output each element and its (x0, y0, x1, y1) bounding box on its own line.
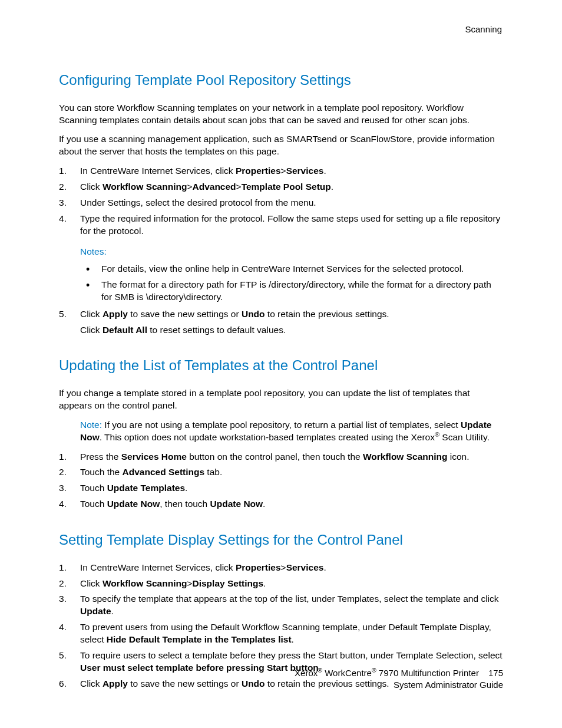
text: to save the new settings or (128, 309, 242, 319)
text: In CentreWare Internet Services, click (80, 166, 236, 176)
bold-text: Properties (236, 562, 281, 572)
text: To specify the template that appears at … (80, 594, 499, 604)
footer-subtitle: System Administrator Guide (0, 679, 503, 691)
page-number: 175 (488, 667, 503, 679)
text: Click (80, 325, 103, 335)
bold-text: Update (80, 606, 111, 616)
heading-configuring-repository: Configuring Template Pool Repository Set… (59, 71, 503, 90)
text: Touch the (80, 467, 123, 477)
text: . (323, 562, 326, 572)
registered-symbol: ® (318, 667, 322, 674)
list-item: In CentreWare Internet Services, click P… (59, 165, 503, 177)
footer-product: WorkCentre (322, 668, 372, 678)
bold-text: Update Templates (107, 483, 185, 493)
bold-text: Update Now (107, 499, 160, 509)
text: . (323, 166, 326, 176)
text: tab. (204, 467, 222, 477)
bold-text: Display Settings (192, 578, 263, 588)
bold-text: Properties (236, 166, 281, 176)
note-label: Note: (80, 420, 102, 430)
bold-text: Workflow Scanning (103, 578, 187, 588)
bold-text: Advanced Settings (123, 467, 205, 477)
ordered-list: In CentreWare Internet Services, click P… (59, 165, 503, 238)
header-section-label: Scanning (59, 24, 503, 35)
bold-text: Default All (103, 325, 147, 335)
text: to retain the previous settings. (265, 309, 389, 319)
ordered-list: Click Apply to save the new settings or … (59, 308, 503, 337)
registered-symbol: ® (435, 430, 439, 437)
heading-display-settings: Setting Template Display Settings for th… (59, 531, 503, 549)
text: . (263, 499, 265, 509)
ordered-list: Press the Services Home button on the co… (59, 451, 503, 511)
list-item: Type the required information for the pr… (59, 213, 503, 238)
bold-text: Update Now (210, 499, 263, 509)
list-item: To prevent users from using the Default … (59, 621, 503, 646)
note-block: Note: If you are not using a template po… (59, 419, 503, 444)
text: to reset settings to default values. (147, 325, 286, 335)
list-item: Under Settings, select the desired proto… (59, 197, 503, 209)
text: . (185, 483, 187, 493)
list-item: To specify the template that appears at … (59, 593, 503, 618)
bold-text: Apply (103, 309, 128, 319)
list-item: Touch Update Templates. (59, 482, 503, 495)
text: . (331, 182, 333, 192)
footer-product-suffix: 7970 Multifunction Printer (376, 668, 479, 678)
text: To require users to select a template be… (80, 650, 503, 660)
bold-text: Template Pool Setup (242, 182, 331, 192)
notes-list: For details, view the online help in Cen… (59, 263, 503, 304)
text: > (281, 166, 286, 176)
text: > (281, 562, 286, 572)
text: . This option does not update workstatio… (100, 432, 435, 442)
bold-text: Workflow Scanning (103, 182, 187, 192)
text: , then touch (160, 499, 210, 509)
text: > (236, 182, 242, 192)
text: Click (80, 182, 103, 192)
registered-symbol: ® (372, 667, 376, 674)
text: Touch (80, 499, 107, 509)
text: icon. (448, 452, 470, 462)
list-item: Touch Update Now, then touch Update Now. (59, 498, 503, 510)
text: . (263, 578, 266, 588)
bold-text: Undo (242, 309, 265, 319)
bold-text: Services (286, 562, 324, 572)
bold-text: Workflow Scanning (363, 452, 448, 462)
text: Click (80, 578, 103, 588)
text: . (292, 634, 294, 644)
paragraph: If you change a template stored in a tem… (59, 387, 503, 412)
list-item: Touch the Advanced Settings tab. (59, 466, 503, 479)
text: Touch (80, 483, 107, 493)
list-item: Click Workflow Scanning>Advanced>Templat… (59, 181, 503, 193)
list-item: Click Workflow Scanning>Display Settings… (59, 578, 503, 590)
text: button on the control panel, then touch … (187, 452, 363, 462)
bold-text: Hide Default Template in the Templates l… (107, 634, 292, 644)
note-item: The format for a directory path for FTP … (80, 279, 503, 304)
paragraph: If you use a scanning management applica… (59, 133, 503, 158)
text: Press the (80, 452, 121, 462)
paragraph: You can store Workflow Scanning template… (59, 102, 503, 127)
list-item: Press the Services Home button on the co… (59, 451, 503, 463)
list-item: Click Apply to save the new settings or … (59, 308, 503, 337)
notes-heading: Notes: (59, 246, 503, 258)
heading-updating-templates: Updating the List of Templates at the Co… (59, 356, 503, 375)
text: Scan Utility. (439, 432, 490, 442)
text: If you are not using a template pool rep… (102, 420, 461, 430)
bold-text: Services Home (121, 452, 187, 462)
footer-brand: Xerox (295, 668, 318, 678)
text: Click (80, 309, 103, 319)
bold-text: Services (286, 166, 324, 176)
list-item: In CentreWare Internet Services, click P… (59, 562, 503, 574)
text: In CentreWare Internet Services, click (80, 562, 236, 572)
page-footer: Xerox® WorkCentre® 7970 Multifunction Pr… (0, 667, 503, 690)
bold-text: Advanced (192, 182, 236, 192)
note-item: For details, view the online help in Cen… (80, 263, 503, 275)
text: . (111, 606, 114, 616)
